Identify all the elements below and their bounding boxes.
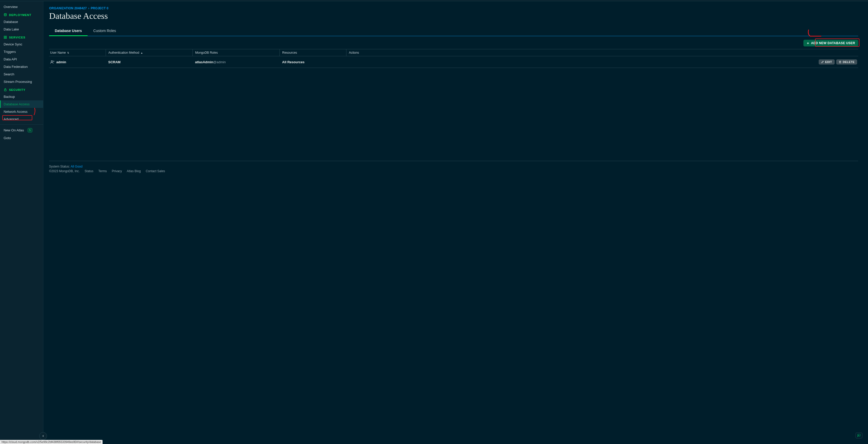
chat-button[interactable] <box>856 433 862 438</box>
sidebar-item-backup[interactable]: Backup <box>0 93 43 100</box>
cell-roles: atlasAdmin@admin <box>192 56 280 68</box>
sidebar-item-label: Goto <box>4 136 11 140</box>
sort-asc-icon: ▲ <box>141 52 143 54</box>
pencil-icon <box>821 61 824 63</box>
sidebar-item-label: Device Sync <box>4 42 22 46</box>
resources-value: All Resources <box>282 60 305 64</box>
col-actions: Actions <box>346 49 858 56</box>
footer-link-terms[interactable]: Terms <box>98 169 107 173</box>
content-area: ORGANIZATION 2048427 › PROJECT 0 Databas… <box>43 1 868 444</box>
tabs: Database Users Custom Roles <box>49 27 858 36</box>
sidebar-item-label: Data Federation <box>4 65 28 69</box>
chat-icon <box>857 434 861 437</box>
col-label: Actions <box>349 51 359 55</box>
sidebar-item-data-federation[interactable]: Data Federation <box>0 63 43 70</box>
cell-resources: All Resources <box>280 56 346 68</box>
new-on-atlas-badge: 5 <box>28 128 32 132</box>
sidebar-item-label: Triggers <box>4 50 16 54</box>
delete-user-button[interactable]: DELETE <box>836 59 857 65</box>
col-resources: Resources <box>280 49 346 56</box>
sidebar-item-new-on-atlas[interactable]: New On Atlas 5 <box>0 126 43 134</box>
auth-method: SCRAM <box>108 60 121 64</box>
add-new-database-user-button[interactable]: ADD NEW DATABASE USER <box>803 40 858 46</box>
tab-label: Database Users <box>55 29 82 33</box>
col-roles: MongoDB Roles <box>192 49 280 56</box>
tab-label: Custom Roles <box>93 29 116 33</box>
section-label: DEPLOYMENT <box>9 13 31 16</box>
svg-rect-2 <box>6 36 7 37</box>
page-title: Database Access <box>49 11 858 21</box>
lock-icon <box>4 88 7 91</box>
sidebar-item-device-sync[interactable]: Device Sync <box>0 40 43 48</box>
status-value-link[interactable]: All Good <box>70 165 83 168</box>
sidebar: Overview DEPLOYMENT Database Data Lake S… <box>0 1 43 444</box>
svg-point-8 <box>51 61 53 62</box>
sidebar-item-database[interactable]: Database <box>0 18 43 26</box>
plus-icon <box>807 42 809 45</box>
trash-icon <box>839 61 841 63</box>
user-icon <box>50 60 54 64</box>
sidebar-item-label: Search <box>4 72 14 76</box>
sidebar-section-deployment: DEPLOYMENT <box>0 10 43 18</box>
breadcrumb-project[interactable]: PROJECT 0 <box>91 6 108 10</box>
col-label: Authentication Method <box>108 51 139 55</box>
svg-rect-5 <box>4 90 6 91</box>
col-auth-method[interactable]: Authentication Method ▲ <box>106 49 192 56</box>
button-label: DELETE <box>843 60 855 64</box>
cell-user: admin <box>49 56 106 68</box>
sidebar-item-goto[interactable]: Goto <box>0 134 43 142</box>
sidebar-item-label: Backup <box>4 95 15 99</box>
sidebar-item-triggers[interactable]: Triggers <box>0 48 43 56</box>
svg-point-0 <box>4 13 6 14</box>
col-label: User Name <box>50 51 66 55</box>
sidebar-item-data-api[interactable]: Data API <box>0 56 43 63</box>
breadcrumb-org[interactable]: ORGANIZATION 2048427 <box>49 6 87 10</box>
footer: System Status: All Good ©2023 MongoDB, I… <box>49 161 858 179</box>
role-main: atlasAdmin <box>195 60 213 64</box>
sort-both-icon: ⇅ <box>67 52 69 54</box>
footer-status-row: System Status: All Good <box>49 165 858 168</box>
sidebar-item-network-access[interactable]: Network Access <box>0 108 43 115</box>
footer-link-blog[interactable]: Atlas Blog <box>127 169 141 173</box>
chevron-left-icon <box>41 435 45 438</box>
section-label: SERVICES <box>9 36 25 39</box>
col-label: MongoDB Roles <box>195 51 218 55</box>
sidebar-collapse-button[interactable] <box>39 432 47 440</box>
sidebar-item-label: Database Access <box>4 102 29 106</box>
breadcrumb-separator: › <box>88 6 90 10</box>
database-icon <box>4 13 7 16</box>
svg-rect-3 <box>4 38 5 39</box>
sidebar-section-services: SERVICES <box>0 33 43 40</box>
footer-links-row: ©2023 MongoDB, Inc. Status Terms Privacy… <box>49 169 858 173</box>
sidebar-item-search[interactable]: Search <box>0 70 43 78</box>
sidebar-item-data-lake[interactable]: Data Lake <box>0 26 43 33</box>
app-shell: Overview DEPLOYMENT Database Data Lake S… <box>0 1 868 444</box>
edit-user-button[interactable]: EDIT <box>819 59 835 65</box>
toolbar: ADD NEW DATABASE USER <box>49 36 858 49</box>
sidebar-item-label: Advanced <box>4 117 19 121</box>
col-user-name[interactable]: User Name ⇅ <box>49 49 106 56</box>
sidebar-item-label: Overview <box>4 5 18 9</box>
tab-database-users[interactable]: Database Users <box>49 27 88 36</box>
sidebar-item-label: Database <box>4 20 18 24</box>
svg-rect-4 <box>6 38 7 39</box>
main-content: ORGANIZATION 2048427 › PROJECT 0 Databas… <box>43 1 868 444</box>
sidebar-item-stream-processing[interactable]: Stream Processing <box>0 78 43 86</box>
tab-custom-roles[interactable]: Custom Roles <box>88 27 122 36</box>
footer-link-privacy[interactable]: Privacy <box>112 169 122 173</box>
cell-actions: EDIT DELETE <box>346 56 858 68</box>
sidebar-item-label: Data API <box>4 57 17 61</box>
breadcrumb: ORGANIZATION 2048427 › PROJECT 0 <box>49 6 858 10</box>
sidebar-section-security: SECURITY <box>0 86 43 93</box>
section-label: SECURITY <box>9 88 26 91</box>
sidebar-item-label: Stream Processing <box>4 80 32 83</box>
button-label: EDIT <box>825 60 832 64</box>
sidebar-item-advanced[interactable]: Advanced <box>0 115 43 123</box>
footer-link-contact[interactable]: Contact Sales <box>146 169 165 173</box>
footer-link-status[interactable]: Status <box>85 169 94 173</box>
sidebar-item-database-access[interactable]: Database Access <box>0 100 43 108</box>
table-row: admin SCRAM atlasAdmin@admin All Resourc… <box>49 56 858 68</box>
browser-status-url: https://cloud.mongodb.com/v2/5e99c2bf438… <box>0 440 102 444</box>
sidebar-item-overview[interactable]: Overview <box>0 1 43 10</box>
table-header: User Name ⇅ Authentication Method ▲ Mong… <box>49 49 858 56</box>
